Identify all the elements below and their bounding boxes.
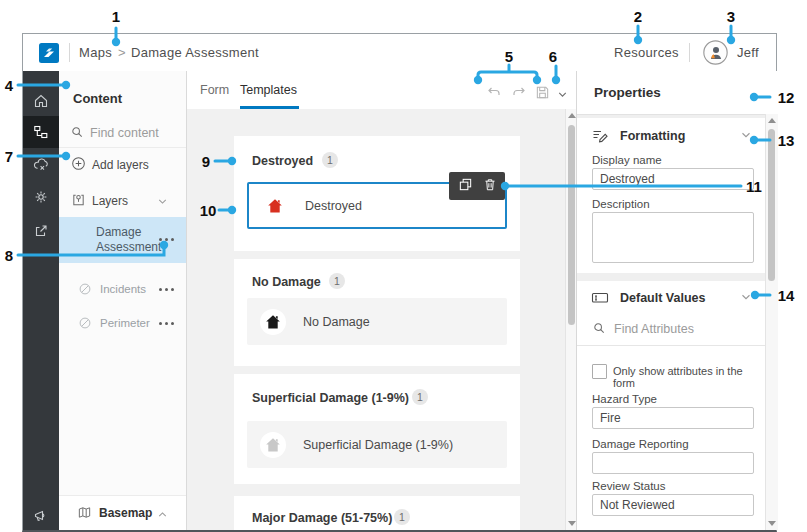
duplicate-icon[interactable] bbox=[458, 177, 473, 196]
formatting-icon bbox=[591, 127, 609, 149]
layer-name: Damage Assessment bbox=[96, 225, 158, 255]
divider bbox=[577, 345, 766, 346]
formatting-section: Formatting Display name Description bbox=[577, 118, 766, 273]
undo-icon[interactable] bbox=[487, 86, 502, 104]
header-divider-2 bbox=[689, 43, 690, 62]
delete-trash-icon[interactable] bbox=[483, 177, 497, 196]
add-layers-button[interactable]: Add layers bbox=[92, 158, 149, 172]
properties-scrollbar[interactable] bbox=[765, 114, 778, 530]
search-icon bbox=[70, 125, 84, 143]
callout-1: 1 bbox=[104, 8, 128, 25]
layers-icon bbox=[71, 192, 86, 211]
settings-gear-icon[interactable] bbox=[23, 182, 59, 212]
feedback-megaphone-icon[interactable] bbox=[23, 501, 59, 531]
hazard-type-input[interactable] bbox=[592, 407, 754, 429]
formatting-collapse-chevron-icon[interactable] bbox=[739, 128, 753, 146]
group-title: Superficial Damage (1-9%) bbox=[252, 391, 409, 405]
display-name-input[interactable] bbox=[592, 168, 754, 190]
field-label-damage-reporting: Damage Reporting bbox=[592, 438, 689, 450]
template-card-superficial[interactable]: Superficial Damage (1-9%) bbox=[247, 421, 507, 468]
basemap-icon bbox=[77, 505, 92, 524]
template-symbol-circle bbox=[260, 432, 286, 458]
screenshot-root: Maps > Damage Assessment Resources Jeff bbox=[0, 0, 807, 532]
only-show-attributes-label: Only show attributes in the form bbox=[613, 365, 766, 389]
disabled-layer-icon bbox=[78, 282, 92, 300]
layer-overflow-menu-icon[interactable] bbox=[159, 322, 174, 325]
properties-scrollbar-thumb[interactable] bbox=[768, 129, 775, 281]
home-icon[interactable] bbox=[23, 86, 59, 116]
tab-form[interactable]: Form bbox=[200, 83, 229, 97]
user-avatar[interactable] bbox=[703, 40, 728, 69]
share-export-icon[interactable] bbox=[23, 216, 59, 246]
forms-sitemap-icon[interactable] bbox=[23, 117, 59, 147]
scroll-down-arrow[interactable] bbox=[568, 521, 576, 526]
default-values-section: Default Values Find Attributes Only show… bbox=[577, 281, 766, 530]
offline-cloud-icon[interactable] bbox=[23, 149, 59, 179]
layers-group-label: Layers bbox=[92, 194, 128, 208]
callout-4: 4 bbox=[0, 77, 18, 94]
callout-3: 3 bbox=[719, 8, 743, 25]
left-nav-rail bbox=[23, 71, 59, 530]
default-values-collapse-chevron-icon[interactable] bbox=[739, 290, 753, 308]
callout-13: 13 bbox=[771, 132, 801, 149]
only-show-attributes-checkbox[interactable] bbox=[592, 364, 607, 379]
basemap-row[interactable]: Basemap bbox=[59, 496, 186, 530]
scroll-up-arrow[interactable] bbox=[568, 113, 576, 118]
template-label: No Damage bbox=[303, 315, 370, 329]
group-title: Major Damage (51-75%) bbox=[252, 511, 392, 525]
esri-logo-icon[interactable] bbox=[39, 43, 59, 67]
header-divider bbox=[69, 43, 70, 62]
scroll-up-arrow[interactable] bbox=[768, 118, 776, 123]
properties-title: Properties bbox=[594, 85, 661, 100]
tab-templates[interactable]: Templates bbox=[240, 83, 297, 97]
review-status-input[interactable] bbox=[592, 494, 754, 516]
breadcrumb-maps[interactable]: Maps bbox=[79, 45, 112, 60]
find-attributes-input[interactable]: Find Attributes bbox=[614, 322, 694, 336]
damage-reporting-input[interactable] bbox=[592, 452, 754, 474]
basemap-chevron-up-icon[interactable] bbox=[156, 507, 169, 525]
group-count-badge: 1 bbox=[412, 389, 428, 405]
group-count-badge: 1 bbox=[329, 273, 345, 289]
disabled-layer-icon bbox=[78, 316, 92, 334]
callout-2: 2 bbox=[626, 8, 650, 25]
app-window: Maps > Damage Assessment Resources Jeff bbox=[22, 33, 777, 532]
layer-overflow-menu-icon[interactable] bbox=[159, 288, 174, 291]
callout-14: 14 bbox=[771, 287, 801, 304]
template-group-major: Major Damage (51-75%) 1 bbox=[234, 496, 520, 530]
properties-header: Properties bbox=[577, 71, 777, 115]
save-menu-chevron-icon[interactable] bbox=[556, 87, 569, 105]
basemap-label: Basemap bbox=[99, 506, 152, 520]
main-editor-column: Form Templates Destroye bbox=[186, 71, 577, 530]
layer-overflow-menu-icon[interactable] bbox=[159, 238, 174, 241]
resources-link[interactable]: Resources bbox=[614, 45, 679, 60]
top-header: Maps > Damage Assessment Resources Jeff bbox=[23, 34, 776, 72]
description-label: Description bbox=[592, 198, 650, 210]
group-count-badge: 1 bbox=[394, 509, 410, 525]
main-scrollbar-thumb[interactable] bbox=[568, 125, 575, 325]
content-panel: Content Find content Add layers Layers D… bbox=[59, 71, 186, 530]
template-symbol-circle bbox=[260, 309, 286, 335]
template-card-no-damage[interactable]: No Damage bbox=[247, 298, 507, 345]
user-name: Jeff bbox=[737, 45, 759, 60]
template-label: Destroyed bbox=[305, 199, 362, 213]
group-title: No Damage bbox=[252, 275, 321, 289]
layer-row-damage-assessment[interactable]: Damage Assessment bbox=[59, 217, 186, 263]
properties-panel: Properties Formatting Display name Descr… bbox=[576, 71, 777, 530]
callout-5: 5 bbox=[497, 48, 521, 65]
content-panel-title: Content bbox=[73, 91, 122, 106]
save-icon[interactable] bbox=[535, 85, 550, 104]
templates-scroll-area[interactable]: Destroyed 1 Destroyed bbox=[187, 109, 565, 530]
layers-chevron-down-icon[interactable] bbox=[156, 194, 169, 212]
display-name-label: Display name bbox=[592, 154, 662, 166]
layer-name: Perimeter bbox=[100, 317, 150, 329]
description-textarea[interactable] bbox=[592, 212, 754, 263]
scroll-down-arrow[interactable] bbox=[768, 521, 776, 526]
callout-8: 8 bbox=[0, 247, 18, 264]
layer-row-incidents[interactable]: Incidents bbox=[59, 277, 186, 301]
layer-row-perimeter[interactable]: Perimeter bbox=[59, 311, 186, 335]
redo-icon[interactable] bbox=[511, 86, 526, 104]
template-group-superficial: Superficial Damage (1-9%) 1 Superficial … bbox=[234, 374, 520, 484]
template-label: Superficial Damage (1-9%) bbox=[303, 438, 453, 452]
find-content-input[interactable]: Find content bbox=[90, 126, 159, 140]
callout-10: 10 bbox=[193, 202, 223, 219]
